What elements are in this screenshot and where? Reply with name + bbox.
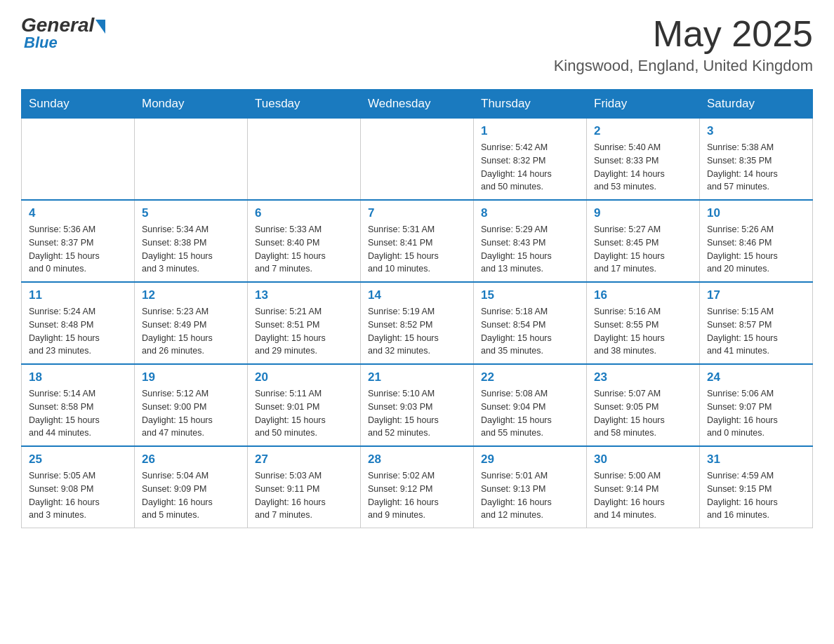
day-number: 30 [594,452,692,467]
calendar-cell: 5Sunrise: 5:34 AMSunset: 8:38 PMDaylight… [135,200,248,282]
day-info: Sunrise: 5:23 AMSunset: 8:49 PMDaylight:… [142,305,240,358]
calendar-cell: 2Sunrise: 5:40 AMSunset: 8:33 PMDaylight… [587,119,700,201]
day-number: 3 [707,124,805,138]
day-number: 7 [368,206,466,220]
calendar-cell: 4Sunrise: 5:36 AMSunset: 8:37 PMDaylight… [22,200,135,282]
calendar-cell: 20Sunrise: 5:11 AMSunset: 9:01 PMDayligh… [248,364,361,446]
day-info: Sunrise: 5:05 AMSunset: 9:08 PMDaylight:… [29,469,127,522]
day-number: 31 [707,452,805,467]
day-number: 19 [142,370,240,384]
day-info: Sunrise: 5:12 AMSunset: 9:00 PMDaylight:… [142,387,240,440]
day-number: 14 [368,288,466,302]
day-info: Sunrise: 5:31 AMSunset: 8:41 PMDaylight:… [368,223,466,276]
weekday-header-friday: Friday [587,90,700,119]
day-info: Sunrise: 5:27 AMSunset: 8:45 PMDaylight:… [594,223,692,276]
calendar-cell: 25Sunrise: 5:05 AMSunset: 9:08 PMDayligh… [22,446,135,528]
weekday-header-saturday: Saturday [700,90,813,119]
calendar-cell: 15Sunrise: 5:18 AMSunset: 8:54 PMDayligh… [474,282,587,364]
day-info: Sunrise: 5:15 AMSunset: 8:57 PMDaylight:… [707,305,805,358]
logo-blue-text: Blue [24,34,58,52]
weekday-header-wednesday: Wednesday [361,90,474,119]
weekday-header-sunday: Sunday [22,90,135,119]
day-info: Sunrise: 5:38 AMSunset: 8:35 PMDaylight:… [707,141,805,194]
day-number: 12 [142,288,240,302]
day-number: 1 [481,124,579,138]
logo: General Blue [21,14,105,52]
calendar-table: SundayMondayTuesdayWednesdayThursdayFrid… [21,89,813,528]
calendar-cell: 21Sunrise: 5:10 AMSunset: 9:03 PMDayligh… [361,364,474,446]
calendar-cell: 14Sunrise: 5:19 AMSunset: 8:52 PMDayligh… [361,282,474,364]
calendar-cell: 17Sunrise: 5:15 AMSunset: 8:57 PMDayligh… [700,282,813,364]
calendar-cell: 23Sunrise: 5:07 AMSunset: 9:05 PMDayligh… [587,364,700,446]
day-number: 5 [142,206,240,220]
calendar-cell: 22Sunrise: 5:08 AMSunset: 9:04 PMDayligh… [474,364,587,446]
day-number: 13 [255,288,353,302]
day-info: Sunrise: 5:40 AMSunset: 8:33 PMDaylight:… [594,141,692,194]
calendar-cell: 18Sunrise: 5:14 AMSunset: 8:58 PMDayligh… [22,364,135,446]
calendar-cell: 8Sunrise: 5:29 AMSunset: 8:43 PMDaylight… [474,200,587,282]
day-info: Sunrise: 5:11 AMSunset: 9:01 PMDaylight:… [255,387,353,440]
day-number: 2 [594,124,692,138]
day-info: Sunrise: 5:26 AMSunset: 8:46 PMDaylight:… [707,223,805,276]
day-info: Sunrise: 5:19 AMSunset: 8:52 PMDaylight:… [368,305,466,358]
calendar-cell: 31Sunrise: 4:59 AMSunset: 9:15 PMDayligh… [700,446,813,528]
calendar-cell [361,119,474,201]
day-info: Sunrise: 5:34 AMSunset: 8:38 PMDaylight:… [142,223,240,276]
day-number: 29 [481,452,579,467]
calendar-cell: 16Sunrise: 5:16 AMSunset: 8:55 PMDayligh… [587,282,700,364]
day-number: 4 [29,206,127,220]
day-number: 17 [707,288,805,302]
day-number: 9 [594,206,692,220]
day-number: 23 [594,370,692,384]
day-info: Sunrise: 5:29 AMSunset: 8:43 PMDaylight:… [481,223,579,276]
day-info: Sunrise: 5:21 AMSunset: 8:51 PMDaylight:… [255,305,353,358]
day-info: Sunrise: 5:04 AMSunset: 9:09 PMDaylight:… [142,469,240,522]
day-info: Sunrise: 5:08 AMSunset: 9:04 PMDaylight:… [481,387,579,440]
day-info: Sunrise: 5:14 AMSunset: 8:58 PMDaylight:… [29,387,127,440]
calendar-cell: 26Sunrise: 5:04 AMSunset: 9:09 PMDayligh… [135,446,248,528]
calendar-cell: 7Sunrise: 5:31 AMSunset: 8:41 PMDaylight… [361,200,474,282]
day-info: Sunrise: 5:06 AMSunset: 9:07 PMDaylight:… [707,387,805,440]
calendar-cell: 19Sunrise: 5:12 AMSunset: 9:00 PMDayligh… [135,364,248,446]
day-number: 8 [481,206,579,220]
calendar-week-row: 25Sunrise: 5:05 AMSunset: 9:08 PMDayligh… [22,446,813,528]
month-title: May 2025 [554,14,813,54]
logo-triangle-icon [95,20,105,34]
day-info: Sunrise: 5:10 AMSunset: 9:03 PMDaylight:… [368,387,466,440]
calendar-week-row: 11Sunrise: 5:24 AMSunset: 8:48 PMDayligh… [22,282,813,364]
calendar-cell [22,119,135,201]
day-number: 11 [29,288,127,302]
day-number: 16 [594,288,692,302]
page-header: General Blue May 2025 Kingswood, England… [21,14,813,75]
calendar-cell: 12Sunrise: 5:23 AMSunset: 8:49 PMDayligh… [135,282,248,364]
calendar-week-row: 18Sunrise: 5:14 AMSunset: 8:58 PMDayligh… [22,364,813,446]
day-info: Sunrise: 5:36 AMSunset: 8:37 PMDaylight:… [29,223,127,276]
calendar-cell: 28Sunrise: 5:02 AMSunset: 9:12 PMDayligh… [361,446,474,528]
day-number: 21 [368,370,466,384]
weekday-header-thursday: Thursday [474,90,587,119]
calendar-cell: 9Sunrise: 5:27 AMSunset: 8:45 PMDaylight… [587,200,700,282]
day-info: Sunrise: 4:59 AMSunset: 9:15 PMDaylight:… [707,469,805,522]
weekday-header-monday: Monday [135,90,248,119]
day-number: 25 [29,452,127,467]
day-info: Sunrise: 5:33 AMSunset: 8:40 PMDaylight:… [255,223,353,276]
day-info: Sunrise: 5:18 AMSunset: 8:54 PMDaylight:… [481,305,579,358]
title-section: May 2025 Kingswood, England, United King… [554,14,813,75]
calendar-cell: 24Sunrise: 5:06 AMSunset: 9:07 PMDayligh… [700,364,813,446]
day-number: 24 [707,370,805,384]
calendar-cell: 10Sunrise: 5:26 AMSunset: 8:46 PMDayligh… [700,200,813,282]
day-info: Sunrise: 5:16 AMSunset: 8:55 PMDaylight:… [594,305,692,358]
calendar-cell: 27Sunrise: 5:03 AMSunset: 9:11 PMDayligh… [248,446,361,528]
day-number: 26 [142,452,240,467]
calendar-cell: 29Sunrise: 5:01 AMSunset: 9:13 PMDayligh… [474,446,587,528]
day-info: Sunrise: 5:42 AMSunset: 8:32 PMDaylight:… [481,141,579,194]
weekday-header-row: SundayMondayTuesdayWednesdayThursdayFrid… [22,90,813,119]
calendar-cell: 6Sunrise: 5:33 AMSunset: 8:40 PMDaylight… [248,200,361,282]
day-info: Sunrise: 5:03 AMSunset: 9:11 PMDaylight:… [255,469,353,522]
calendar-cell: 11Sunrise: 5:24 AMSunset: 8:48 PMDayligh… [22,282,135,364]
day-number: 28 [368,452,466,467]
day-number: 20 [255,370,353,384]
day-info: Sunrise: 5:07 AMSunset: 9:05 PMDaylight:… [594,387,692,440]
calendar-week-row: 4Sunrise: 5:36 AMSunset: 8:37 PMDaylight… [22,200,813,282]
day-number: 18 [29,370,127,384]
